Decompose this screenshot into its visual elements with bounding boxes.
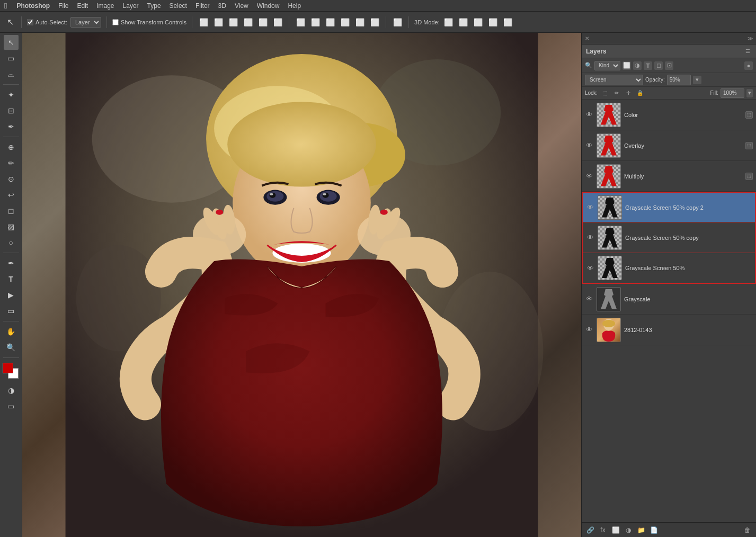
lasso-tool-button[interactable]: ⌓ [4, 67, 19, 82]
selection-tool-button[interactable]: ▭ [4, 51, 19, 66]
delete-layer-button[interactable]: 🗑 [742, 525, 753, 535]
opacity-input[interactable] [667, 75, 691, 85]
layer-visibility-overlay[interactable]: 👁 [585, 141, 593, 150]
distribute-bottom-icon[interactable]: ⬜ [324, 16, 336, 28]
brush-tool-button[interactable]: ✏ [4, 156, 19, 171]
3d-scale-icon[interactable]: ⬜ [502, 16, 514, 28]
align-top-icon[interactable]: ⬜ [198, 16, 209, 28]
layer-visibility-color[interactable]: 👁 [585, 111, 593, 119]
align-bottom-icon[interactable]: ⬜ [227, 16, 239, 28]
auto-select-checkbox[interactable] [27, 19, 33, 25]
gradient-tool-button[interactable]: ▨ [4, 219, 19, 234]
menu-view[interactable]: View [230, 1, 253, 11]
3d-pan-icon[interactable]: ⬜ [473, 16, 484, 28]
filter-type-icon[interactable]: T [644, 61, 652, 70]
lock-pixels-icon[interactable]: ⬚ [601, 89, 609, 97]
crop-tool-button[interactable]: ⊡ [4, 103, 19, 118]
filter-smart-icon[interactable]: ⊡ [665, 61, 673, 70]
align-vcenter-icon[interactable]: ⬜ [212, 16, 224, 28]
quick-select-button[interactable]: ✦ [4, 87, 19, 102]
menu-type[interactable]: Type [143, 1, 165, 11]
layer-visibility-gs-copy[interactable]: 👁 [586, 234, 594, 242]
pen-tool-button[interactable]: ✒ [4, 256, 19, 271]
menu-layer[interactable]: Layer [119, 1, 143, 11]
eyedropper-tool-button[interactable]: ✒ [4, 119, 19, 134]
lock-move-icon[interactable]: ✛ [624, 89, 633, 97]
filter-adjust-icon[interactable]: ◑ [633, 61, 642, 70]
fill-input[interactable] [721, 88, 744, 98]
3d-slide-icon[interactable]: ⬜ [487, 16, 499, 28]
panel-menu-icon[interactable]: ☰ [743, 47, 752, 56]
opacity-arrow-icon[interactable]: ▾ [693, 76, 701, 84]
lock-position-icon[interactable]: ✏ [612, 89, 621, 97]
add-mask-button[interactable]: ⬜ [610, 525, 621, 535]
fill-arrow-icon[interactable]: ▾ [746, 89, 753, 97]
layer-item-multiply[interactable]: 👁 Multiply ⬚ [582, 161, 756, 192]
menu-image[interactable]: Image [92, 1, 118, 11]
path-select-button[interactable]: ▶ [4, 288, 19, 302]
filter-toggle[interactable]: ● [744, 61, 753, 70]
clone-tool-button[interactable]: ⊙ [4, 172, 19, 186]
3d-roll-icon[interactable]: ⬜ [458, 16, 469, 28]
panel-collapse-icon[interactable]: ≫ [748, 35, 753, 41]
align-left-icon[interactable]: ⬜ [242, 16, 254, 28]
menu-3d[interactable]: 3D [214, 1, 230, 11]
panel-close-icon[interactable]: ✕ [585, 35, 589, 41]
align-hcenter-icon[interactable]: ⬜ [257, 16, 269, 28]
layer-visibility-multiply[interactable]: 👁 [585, 172, 593, 181]
menu-help[interactable]: Help [283, 1, 305, 11]
menu-edit[interactable]: Edit [73, 1, 92, 11]
history-brush-button[interactable]: ↩ [4, 187, 19, 202]
layer-item-color[interactable]: 👁 Color ⬚ [582, 100, 756, 130]
distribute-left-icon[interactable]: ⬜ [339, 16, 351, 28]
hand-tool-button[interactable]: ✋ [4, 324, 19, 339]
new-group-button[interactable]: 📁 [636, 525, 646, 535]
color-swatch-area[interactable] [3, 363, 20, 380]
link-layers-button[interactable]: 🔗 [585, 525, 595, 535]
new-fill-button[interactable]: ◑ [623, 525, 634, 535]
layer-item-grayscale[interactable]: 👁 Grayscale [582, 284, 756, 315]
menu-file[interactable]: File [54, 1, 73, 11]
apple-logo-icon[interactable]:  [4, 1, 7, 10]
blend-mode-dropdown[interactable]: Screen [585, 75, 643, 85]
new-layer-button[interactable]: 📄 [648, 525, 659, 535]
align-right-icon[interactable]: ⬜ [272, 16, 283, 28]
quick-mask-button[interactable]: ◑ [4, 383, 19, 398]
layer-visibility-grayscale[interactable]: 👁 [585, 295, 593, 303]
filter-pixel-icon[interactable]: ⬜ [622, 61, 631, 70]
menu-filter[interactable]: Filter [191, 1, 214, 11]
menu-window[interactable]: Window [253, 1, 284, 11]
auto-select-dropdown[interactable]: Layer [70, 17, 101, 28]
filter-shape-icon[interactable]: ◻ [654, 61, 663, 70]
move-tool-button[interactable]: ↖ [4, 35, 19, 50]
screen-mode-button[interactable]: ▭ [4, 399, 19, 414]
lock-all-icon[interactable]: 🔒 [636, 89, 644, 97]
zoom-tool-button[interactable]: 🔍 [4, 340, 19, 355]
layer-item-grayscale-screen-copy[interactable]: 👁 Grayscale Screen 50% copy [582, 222, 756, 253]
3d-rotate-icon[interactable]: ⬜ [443, 16, 455, 28]
menu-select[interactable]: Select [165, 1, 191, 11]
eraser-tool-button[interactable]: ◻ [4, 203, 19, 218]
layer-item-grayscale-screen[interactable]: 👁 Grayscale Screen 50% [582, 253, 756, 284]
distribute-vcenter-icon[interactable]: ⬜ [309, 16, 321, 28]
layer-item-overlay[interactable]: 👁 Overlay ⬚ [582, 130, 756, 161]
layer-visibility-gs[interactable]: 👁 [586, 264, 594, 272]
shape-tool-button[interactable]: ▭ [4, 303, 19, 318]
layer-item-grayscale-screen-copy2[interactable]: 👁 Grayscale Screen 50% copy 2 [582, 192, 756, 222]
move-tool-icon[interactable]: ↖ [4, 16, 16, 28]
app-name[interactable]: Photoshop [12, 1, 54, 11]
foreground-color-swatch[interactable] [3, 363, 13, 373]
add-style-button[interactable]: fx [598, 525, 608, 535]
spot-heal-button[interactable]: ⊕ [4, 140, 19, 155]
text-tool-button[interactable]: T [4, 272, 19, 287]
layer-visibility-original[interactable]: 👁 [585, 326, 593, 334]
distribute-right-icon[interactable]: ⬜ [369, 16, 380, 28]
layer-item-original[interactable]: 👁 2812-0143 [582, 315, 756, 345]
show-transform-checkbox[interactable] [112, 19, 119, 25]
distribute-hcenter-icon[interactable]: ⬜ [354, 16, 366, 28]
dodge-tool-button[interactable]: ○ [4, 235, 19, 250]
filter-kind-dropdown[interactable]: Kind [594, 61, 620, 70]
distribute-top-icon[interactable]: ⬜ [295, 16, 306, 28]
arrange-icon[interactable]: ⬜ [392, 16, 403, 28]
layer-visibility-gs-copy2[interactable]: 👁 [586, 203, 594, 212]
